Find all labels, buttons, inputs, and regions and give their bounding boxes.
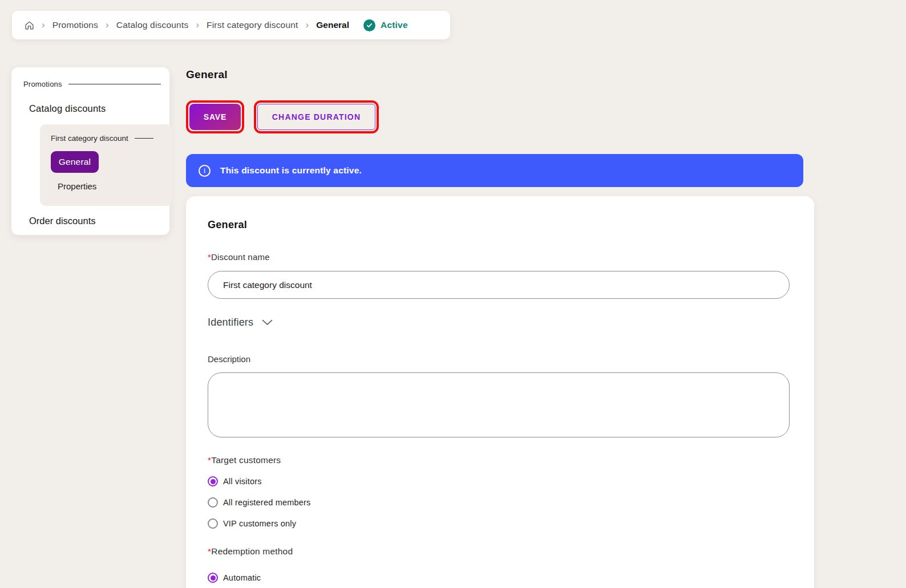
description-textarea[interactable] — [208, 372, 790, 437]
discount-name-label: *Discount name — [208, 252, 791, 262]
save-button[interactable]: SAVE — [189, 104, 241, 130]
change-duration-button-highlight: CHANGE DURATION — [254, 100, 379, 133]
chevron-down-icon — [262, 318, 273, 328]
page-title: General — [186, 68, 814, 81]
sidebar: Promotions Catalog discounts First categ… — [11, 67, 169, 235]
status-label: Active — [381, 20, 408, 30]
sidebar-discount-header: First category discount — [51, 134, 163, 143]
radio-unselected-icon — [208, 518, 218, 529]
divider — [135, 138, 153, 139]
identifiers-label: Identifiers — [208, 317, 253, 329]
sidebar-item-order-discounts[interactable]: Order discounts — [29, 216, 161, 226]
sidebar-discount-group: First category discount General Properti… — [40, 124, 172, 206]
main-content: General SAVE CHANGE DURATION i This disc… — [186, 68, 814, 588]
discount-name-input[interactable] — [208, 271, 790, 299]
check-circle-icon — [363, 19, 375, 31]
breadcrumb-separator: › — [306, 20, 309, 31]
sidebar-section-label: Promotions — [23, 80, 62, 88]
radio-selected-icon — [208, 573, 218, 583]
save-button-highlight: SAVE — [186, 100, 244, 133]
sidebar-discount-title: First category discount — [51, 134, 128, 143]
breadcrumb-item-promotions[interactable]: Promotions — [52, 20, 98, 30]
general-form-card: General *Discount name Identifiers Descr… — [186, 196, 814, 588]
radio-label: Automatic — [223, 573, 261, 582]
status-badge: Active — [363, 19, 408, 31]
radio-selected-icon — [208, 476, 218, 486]
breadcrumb-item-general[interactable]: General — [316, 20, 349, 30]
description-label: Description — [208, 354, 791, 364]
breadcrumb-separator: › — [42, 20, 45, 31]
form-section-title: General — [208, 219, 791, 231]
target-customers-label: *Target customers — [208, 455, 791, 465]
breadcrumb-item-first-category-discount[interactable]: First category discount — [207, 20, 298, 30]
breadcrumb-item-catalog-discounts[interactable]: Catalog discounts — [116, 20, 189, 30]
home-icon[interactable] — [25, 21, 34, 30]
breadcrumb: › Promotions › Catalog discounts › First… — [12, 11, 450, 39]
redemption-method-label: *Redemption method — [208, 546, 791, 557]
sidebar-section-header: Promotions — [23, 80, 161, 88]
sidebar-item-general[interactable]: General — [51, 151, 99, 173]
radio-all-registered-members[interactable]: All registered members — [208, 497, 310, 508]
radio-label: All visitors — [223, 477, 262, 486]
radio-vip-customers-only[interactable]: VIP customers only — [208, 518, 296, 529]
banner-text: This discount is currently active. — [220, 165, 362, 176]
change-duration-button[interactable]: CHANGE DURATION — [257, 104, 375, 130]
radio-unselected-icon — [208, 497, 218, 508]
radio-automatic[interactable]: Automatic — [208, 573, 261, 583]
active-info-banner: i This discount is currently active. — [186, 154, 803, 187]
sidebar-item-catalog-discounts[interactable]: Catalog discounts — [29, 103, 161, 114]
sidebar-item-properties[interactable]: Properties — [58, 181, 163, 191]
radio-all-visitors[interactable]: All visitors — [208, 476, 262, 486]
divider — [68, 84, 161, 84]
identifiers-toggle[interactable]: Identifiers — [208, 317, 273, 329]
radio-label: All registered members — [223, 498, 310, 507]
info-icon: i — [199, 165, 211, 177]
breadcrumb-separator: › — [106, 20, 109, 31]
toolbar: SAVE CHANGE DURATION — [186, 100, 814, 133]
breadcrumb-separator: › — [196, 20, 199, 31]
radio-label: VIP customers only — [223, 519, 296, 528]
page: › Promotions › Catalog discounts › First… — [0, 0, 906, 588]
